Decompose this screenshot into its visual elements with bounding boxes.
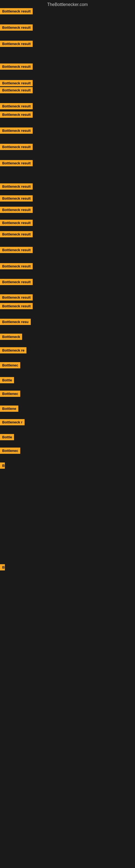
bottleneck-item: Bottleneck result bbox=[0, 80, 33, 87]
bottleneck-badge[interactable]: Bottleneck result bbox=[0, 195, 33, 202]
bottleneck-item: Bottlenec bbox=[0, 362, 20, 369]
bottleneck-badge[interactable]: Bottleneck result bbox=[0, 231, 33, 237]
bottleneck-badge[interactable]: Bottleneck r bbox=[0, 419, 25, 425]
bottleneck-item: Bottleneck result bbox=[0, 231, 33, 239]
bottleneck-badge[interactable]: Bottlenec bbox=[0, 391, 20, 397]
bottleneck-badge[interactable]: Bottleneck result bbox=[0, 8, 33, 14]
bottleneck-badge[interactable]: Bottleneck resu bbox=[0, 319, 31, 325]
bottleneck-item: Bottleneck result bbox=[0, 63, 33, 71]
bottleneck-item: Bottleneck result bbox=[0, 24, 33, 32]
bottleneck-badge[interactable]: Bottleneck result bbox=[0, 294, 33, 301]
bottleneck-badge[interactable]: Bottleneck re bbox=[0, 347, 27, 353]
bottleneck-item: B bbox=[0, 463, 5, 470]
bottleneck-badge[interactable]: Bottleneck result bbox=[0, 207, 33, 213]
bottleneck-badge[interactable]: Bottlenec bbox=[0, 362, 20, 368]
bottleneck-badge[interactable]: Bottleneck result bbox=[0, 112, 33, 118]
bottleneck-item: Bottleneck result bbox=[0, 247, 33, 254]
bottleneck-badge[interactable]: Bottleneck result bbox=[0, 220, 33, 226]
bottleneck-item: Bottle bbox=[0, 434, 14, 441]
bottleneck-item: Bottleneck result bbox=[0, 41, 33, 48]
bottleneck-badge[interactable]: B bbox=[0, 463, 5, 469]
bottleneck-item: Bottleneck resu bbox=[0, 319, 31, 326]
bottleneck-item: Bottleneck bbox=[0, 334, 22, 341]
bottleneck-badge[interactable]: Bottleneck result bbox=[0, 103, 33, 109]
bottleneck-badge[interactable]: Bottleneck result bbox=[0, 183, 33, 190]
bottleneck-badge[interactable]: Bottlenec bbox=[0, 447, 20, 454]
bottleneck-badge[interactable]: Bottleneck result bbox=[0, 279, 33, 285]
bottleneck-item: Bottleneck result bbox=[0, 87, 33, 94]
bottleneck-item: Bottleneck result bbox=[0, 294, 33, 302]
bottleneck-badge[interactable]: Bottleneck result bbox=[0, 303, 33, 309]
bottleneck-badge[interactable]: Bottle bbox=[0, 377, 14, 383]
bottleneck-badge[interactable]: Bottleneck result bbox=[0, 87, 33, 93]
bottleneck-item: Bottlenec bbox=[0, 391, 20, 398]
site-title: TheBottlenecker.com bbox=[0, 0, 135, 9]
bottleneck-badge[interactable]: Bottleneck result bbox=[0, 80, 33, 86]
bottleneck-item: B bbox=[0, 564, 5, 571]
bottleneck-item: Bottleneck re bbox=[0, 347, 27, 354]
bottleneck-item: Bottleneck result bbox=[0, 183, 33, 191]
bottleneck-badge[interactable]: Bottleneck result bbox=[0, 263, 33, 269]
bottleneck-badge[interactable]: Bottleneck result bbox=[0, 63, 33, 70]
bottleneck-item: Bottleneck result bbox=[0, 279, 33, 286]
bottleneck-badge[interactable]: Bottleneck result bbox=[0, 41, 33, 47]
bottleneck-item: Bottleneck result bbox=[0, 112, 33, 119]
bottleneck-item: Bottle bbox=[0, 377, 14, 384]
bottleneck-item: Bottleneck result bbox=[0, 263, 33, 271]
bottleneck-badge[interactable]: Bottleneck result bbox=[0, 160, 33, 166]
bottleneck-badge[interactable]: Bottle bbox=[0, 434, 14, 440]
bottleneck-badge[interactable]: Bottlene bbox=[0, 405, 18, 412]
bottleneck-item: Bottleneck result bbox=[0, 8, 33, 16]
bottleneck-item: Bottleneck r bbox=[0, 419, 25, 426]
bottleneck-item: Bottleneck result bbox=[0, 144, 33, 151]
bottleneck-item: Bottleneck result bbox=[0, 195, 33, 203]
bottleneck-item: Bottlene bbox=[0, 405, 18, 413]
bottleneck-item: Bottleneck result bbox=[0, 220, 33, 227]
bottleneck-item: Bottleneck result bbox=[0, 207, 33, 214]
bottleneck-badge[interactable]: Bottleneck result bbox=[0, 144, 33, 150]
bottleneck-item: Bottleneck result bbox=[0, 303, 33, 310]
bottleneck-item: Bottleneck result bbox=[0, 160, 33, 167]
bottleneck-item: Bottleneck result bbox=[0, 127, 33, 135]
bottleneck-badge[interactable]: Bottleneck result bbox=[0, 24, 33, 31]
bottleneck-badge[interactable]: B bbox=[0, 564, 5, 570]
bottleneck-badge[interactable]: Bottleneck result bbox=[0, 247, 33, 253]
bottleneck-badge[interactable]: Bottleneck result bbox=[0, 127, 33, 134]
bottleneck-badge[interactable]: Bottleneck bbox=[0, 334, 22, 340]
bottleneck-item: Bottlenec bbox=[0, 447, 20, 455]
bottleneck-item: Bottleneck result bbox=[0, 103, 33, 111]
